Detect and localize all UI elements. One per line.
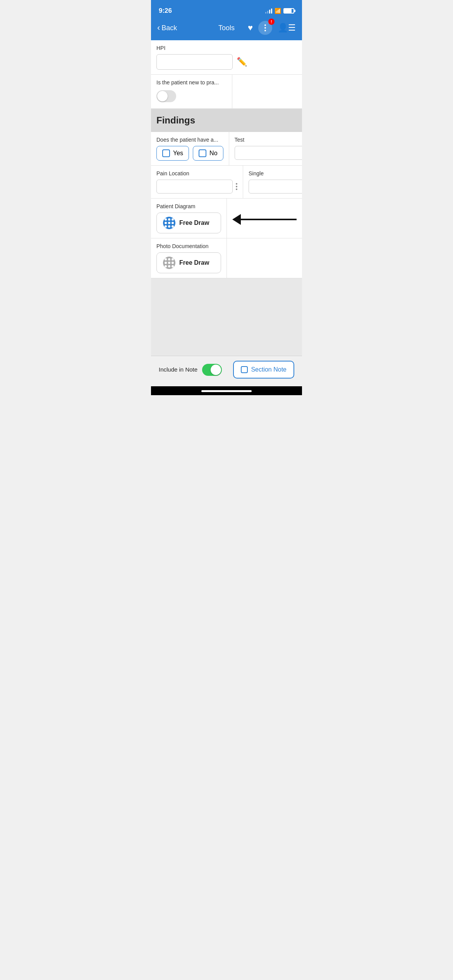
does-patient-label: Does the patient have a... — [156, 137, 223, 143]
back-label: Back — [161, 24, 177, 32]
photo-documentation-row: Photo Documentation — [151, 238, 302, 278]
yes-checkbox — [162, 149, 170, 157]
edit-icon[interactable]: ✏️ — [237, 57, 247, 67]
patient-new-empty — [232, 75, 302, 108]
patient-diagram-cell: Patient Diagram — [151, 199, 227, 238]
hpi-input[interactable] — [156, 54, 233, 70]
menu-button[interactable]: ! — [258, 21, 272, 35]
photo-documentation-cell: Photo Documentation — [151, 238, 227, 278]
patient-diagram-button-label: Free Draw — [179, 219, 209, 226]
gpd-3 — [172, 258, 174, 260]
single-label: Single — [249, 170, 302, 176]
yes-label: Yes — [173, 150, 183, 157]
patient-diagram-label: Patient Diagram — [156, 203, 221, 209]
gpd-5 — [168, 262, 170, 264]
hpi-input-row: ✏️ — [156, 54, 247, 70]
arrow-head — [232, 214, 241, 225]
gpd-6 — [172, 262, 174, 264]
home-pill — [201, 390, 252, 392]
pd-1 — [165, 218, 167, 221]
empty-space — [151, 278, 302, 356]
findings-section-header: Findings — [151, 109, 302, 132]
palette-dots-grid — [163, 216, 176, 230]
signal-bar-3 — [269, 10, 270, 14]
toggle-thumb — [157, 91, 168, 101]
dot-3 — [236, 188, 237, 190]
nav-bar: ‹ Back Tools ♥ ! 👤☰ — [151, 19, 302, 40]
include-note-toggle[interactable] — [202, 364, 222, 376]
pd-6 — [172, 222, 174, 224]
patient-new-toggle[interactable] — [156, 90, 176, 102]
signal-bar-4 — [271, 9, 272, 14]
no-label: No — [209, 150, 217, 157]
battery-icon — [283, 8, 294, 14]
pain-dots-menu[interactable] — [236, 183, 237, 190]
home-indicator — [151, 386, 302, 395]
pd-9 — [172, 225, 174, 228]
blue-palette-icon — [163, 217, 175, 229]
arrow-annotation — [232, 214, 297, 225]
yes-button[interactable]: Yes — [156, 146, 189, 161]
photo-empty-cell — [227, 238, 302, 278]
patient-new-label: Is the patient new to pra... — [156, 79, 226, 86]
patient-new-toggle-container — [156, 90, 176, 102]
test-cell: Test / — [229, 132, 302, 165]
gpd-9 — [172, 265, 174, 267]
findings-title: Findings — [156, 115, 297, 126]
battery-fill — [284, 9, 292, 13]
pain-location-cell: Pain Location — [151, 166, 243, 198]
pd-7 — [165, 225, 167, 228]
photo-button-label: Free Draw — [179, 259, 209, 266]
signal-bar-1 — [265, 12, 266, 14]
include-note-section: Include in Note — [159, 364, 222, 376]
yes-no-buttons: Yes No — [156, 146, 223, 161]
pd-5 — [168, 222, 170, 224]
patient-diagram-row: Patient Diagram — [151, 199, 302, 238]
nav-title: Tools — [218, 24, 235, 32]
include-note-label: Include in Note — [159, 366, 197, 373]
notification-badge: ! — [268, 19, 275, 25]
patient-new-row: Is the patient new to pra... — [151, 75, 302, 109]
pain-location-input[interactable] — [156, 180, 233, 194]
pd-3 — [172, 218, 174, 221]
bottom-bar: Include in Note Section Note — [151, 356, 302, 386]
pd-2 — [168, 218, 170, 221]
section-note-label: Section Note — [251, 366, 287, 373]
gpd-1 — [165, 258, 167, 260]
arrow-annotation-cell — [227, 199, 302, 230]
section-note-button[interactable]: Section Note — [233, 361, 294, 379]
status-time: 9:26 — [159, 7, 172, 15]
hpi-label: HPI — [156, 45, 247, 51]
status-icons: 📶 — [265, 8, 294, 14]
heart-icon[interactable]: ♥ — [248, 23, 253, 33]
gray-palette-icon — [163, 257, 175, 269]
gpd-7 — [165, 265, 167, 267]
back-arrow-icon: ‹ — [157, 23, 160, 33]
test-input-row: / — [235, 146, 302, 160]
include-note-thumb — [211, 365, 221, 375]
status-bar: 9:26 📶 — [151, 0, 302, 19]
single-input-row — [249, 180, 302, 194]
wifi-icon: 📶 — [275, 8, 281, 14]
test-input-1[interactable] — [235, 146, 302, 160]
does-patient-row: Does the patient have a... Yes No Test — [151, 132, 302, 166]
single-input[interactable] — [249, 180, 302, 194]
photo-free-draw-button[interactable]: Free Draw — [156, 252, 221, 273]
patient-diagram-free-draw-button[interactable]: Free Draw — [156, 212, 221, 233]
menu-dot-1 — [264, 24, 266, 26]
no-checkbox — [199, 149, 206, 157]
dot-1 — [236, 183, 237, 185]
gray-palette-dots-grid — [163, 256, 176, 269]
single-cell: Single — [243, 166, 302, 198]
user-menu-icon[interactable]: 👤☰ — [278, 23, 296, 33]
gpd-8 — [168, 265, 170, 267]
photo-documentation-label: Photo Documentation — [156, 243, 221, 249]
pd-4 — [165, 222, 167, 224]
gpd-4 — [165, 262, 167, 264]
does-patient-cell: Does the patient have a... Yes No — [151, 132, 229, 165]
dot-2 — [236, 186, 237, 187]
hpi-cell: HPI ✏️ — [151, 40, 252, 74]
content-area: HPI ✏️ Is the patient new to pra... — [151, 40, 302, 356]
no-button[interactable]: No — [193, 146, 223, 161]
pain-location-label: Pain Location — [156, 170, 237, 176]
